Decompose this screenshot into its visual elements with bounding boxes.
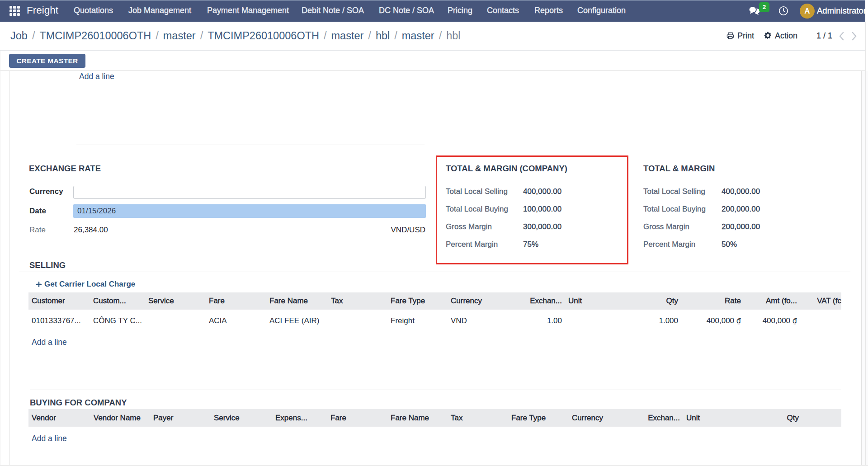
tm-row-label: Total Local Selling bbox=[446, 187, 508, 196]
breadcrumb-separator: / bbox=[368, 30, 371, 42]
nav-menu-debit-note-soa[interactable]: Debit Note / SOA bbox=[302, 0, 364, 22]
column-header[interactable]: Customer bbox=[28, 292, 90, 310]
breadcrumb-item[interactable]: master bbox=[331, 30, 364, 42]
column-header[interactable]: Fare Name bbox=[266, 292, 328, 310]
nav-menu-configuration[interactable]: Configuration bbox=[577, 0, 626, 22]
pager-next-icon[interactable] bbox=[852, 22, 857, 51]
breadcrumb-item[interactable]: hbl bbox=[376, 30, 390, 42]
selling-title: SELLING bbox=[29, 260, 66, 270]
breadcrumb-separator: / bbox=[394, 30, 397, 42]
column-header[interactable]: Custom... bbox=[90, 292, 145, 310]
tm-row-label: Total Local Selling bbox=[643, 187, 705, 196]
column-header[interactable]: Service bbox=[145, 292, 206, 310]
column-header[interactable]: Service bbox=[211, 409, 272, 427]
nav-menu-contacts[interactable]: Contacts bbox=[487, 0, 519, 22]
right-rail bbox=[862, 71, 868, 466]
breadcrumb-item[interactable]: TMCIMP26010006OTH bbox=[39, 30, 151, 42]
print-icon bbox=[726, 32, 734, 39]
table-cell[interactable]: 400,000 ₫ bbox=[681, 310, 744, 332]
column-header[interactable]: Exchan... bbox=[519, 292, 565, 310]
column-header[interactable]: Tax bbox=[448, 409, 508, 427]
column-header[interactable]: Fare bbox=[206, 292, 266, 310]
nav-menu-reports[interactable]: Reports bbox=[534, 0, 563, 22]
messages-icon[interactable] bbox=[748, 5, 760, 18]
column-header[interactable]: Unit bbox=[683, 409, 727, 427]
tm-row-label: Total Local Buying bbox=[446, 205, 508, 214]
window-left-edge bbox=[0, 51, 0, 466]
app-brand[interactable]: Freight bbox=[27, 0, 58, 22]
tm-row-label: Percent Margin bbox=[446, 240, 498, 249]
tm-row-value: 300,000.00 bbox=[523, 222, 561, 231]
column-header[interactable] bbox=[802, 409, 841, 427]
create-master-button[interactable]: CREATE MASTER bbox=[9, 54, 85, 68]
dong-sign: ₫ bbox=[736, 316, 741, 325]
buying-separator bbox=[30, 390, 841, 390]
activities-clock-icon[interactable] bbox=[778, 6, 788, 18]
table-cell[interactable]: ACI FEE (AIR) bbox=[266, 310, 328, 332]
column-header[interactable]: Currency bbox=[569, 409, 640, 427]
tm-row-label: Percent Margin bbox=[643, 240, 695, 249]
nav-menu-pricing[interactable]: Pricing bbox=[448, 0, 472, 22]
print-button[interactable]: Print bbox=[726, 22, 754, 51]
tm-row-value: 200,000.00 bbox=[722, 222, 760, 231]
column-header[interactable]: Unit bbox=[565, 292, 608, 310]
column-header[interactable]: Fare bbox=[327, 409, 387, 427]
breadcrumb-item[interactable]: master bbox=[402, 30, 434, 42]
column-header[interactable]: Vendor bbox=[28, 409, 90, 427]
nav-menu-payment-management[interactable]: Payment Management bbox=[207, 0, 289, 22]
breadcrumb-separator: / bbox=[324, 30, 327, 42]
tm-row-value: 75% bbox=[523, 240, 538, 249]
column-header[interactable]: Amt (fo... bbox=[744, 292, 800, 310]
column-header[interactable]: Currency bbox=[448, 292, 519, 310]
table-cell[interactable]: 0101333767... bbox=[28, 310, 90, 332]
apps-grid-icon[interactable] bbox=[9, 6, 20, 16]
column-header[interactable]: Exchan... bbox=[640, 409, 683, 427]
action-button[interactable]: Action bbox=[764, 22, 797, 51]
get-carrier-local-charge-button[interactable]: Get Carrier Local Charge bbox=[36, 280, 135, 289]
nav-menu-job-management[interactable]: Job Management bbox=[128, 0, 191, 22]
table-cell[interactable]: CÔNG TY C... bbox=[90, 310, 145, 332]
column-header[interactable]: Fare Type bbox=[387, 292, 448, 310]
tm-row-label: Total Local Buying bbox=[643, 205, 706, 214]
column-header[interactable]: Tax bbox=[328, 292, 387, 310]
breadcrumb-separator: / bbox=[200, 30, 203, 42]
tm-row-value: 400,000.00 bbox=[523, 187, 561, 196]
upper-add-line-link[interactable]: Add a line bbox=[79, 72, 114, 81]
table-cell[interactable]: VND bbox=[448, 310, 519, 332]
nav-menu-dc-note-soa[interactable]: DC Note / SOA bbox=[379, 0, 434, 22]
table-cell[interactable]: 1.000 bbox=[608, 310, 681, 332]
column-header[interactable]: Rate bbox=[681, 292, 744, 310]
selling-add-line-link[interactable]: Add a line bbox=[32, 338, 67, 347]
pager-previous-icon[interactable] bbox=[839, 22, 844, 51]
breadcrumb-item[interactable]: Job bbox=[10, 30, 28, 42]
column-header[interactable]: Vendor Name bbox=[90, 409, 150, 427]
date-input[interactable]: 01/15/2026 bbox=[73, 204, 426, 218]
tm-row-value: 50% bbox=[722, 240, 737, 249]
buying-add-line-link[interactable]: Add a line bbox=[32, 434, 67, 443]
column-header[interactable]: VAT (fc bbox=[800, 292, 841, 310]
breadcrumb-separator: / bbox=[32, 30, 35, 42]
breadcrumb-item: hbl bbox=[446, 30, 460, 42]
table-cell[interactable]: 1.00 bbox=[519, 310, 565, 332]
tm-row-value: 400,000.00 bbox=[722, 187, 760, 196]
nav-menu-quotations[interactable]: Quotations bbox=[74, 0, 113, 22]
column-header[interactable]: Payer bbox=[150, 409, 211, 427]
column-header[interactable]: Qty bbox=[608, 292, 681, 310]
table-cell[interactable]: Freight bbox=[387, 310, 448, 332]
column-header[interactable]: Expens... bbox=[272, 409, 327, 427]
table-cell[interactable]: ACIA bbox=[206, 310, 266, 332]
user-avatar[interactable]: A bbox=[800, 4, 815, 19]
breadcrumb-item[interactable]: master bbox=[163, 30, 196, 42]
user-menu[interactable]: Administrator bbox=[817, 0, 866, 22]
currency-input[interactable] bbox=[73, 186, 426, 199]
table-cell[interactable]: 400,000 ₫ bbox=[744, 310, 800, 332]
column-header[interactable]: Qty bbox=[727, 409, 802, 427]
date-label: Date bbox=[29, 207, 46, 216]
total-margin-title: TOTAL & MARGIN bbox=[643, 164, 715, 174]
breadcrumb-item[interactable]: TMCIMP26010006OTH bbox=[208, 30, 319, 42]
column-header[interactable]: Fare Name bbox=[387, 409, 448, 427]
currency-label: Currency bbox=[29, 187, 63, 196]
column-header[interactable]: Fare Type bbox=[508, 409, 569, 427]
messages-count-badge[interactable]: 2 bbox=[759, 2, 769, 12]
plus-icon bbox=[36, 282, 42, 287]
